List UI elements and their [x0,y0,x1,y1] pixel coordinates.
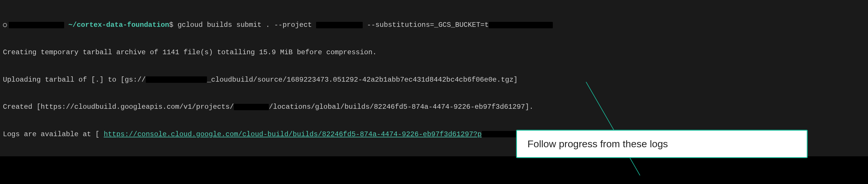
redacted-project [316,22,363,28]
redacted-bucket-name [146,76,207,83]
output-line-creating: Creating temporary tarball archive of 11… [3,48,865,57]
output-line-uploading: Uploading tarball of [.] to [gs://_cloud… [3,75,865,84]
cwd-path: ~/cortex-data-foundation [68,21,169,29]
callout-text: Follow progress from these logs [527,138,668,149]
redacted-proj [234,104,269,110]
logs-link[interactable]: https://console.cloud.google.com/cloud-b… [104,130,482,138]
bottom-black-bar [0,156,868,184]
created-pre: Created [https://cloudbuild.googleapis.c… [3,103,234,111]
redacted-bucket [489,22,553,28]
output-line-created: Created [https://cloudbuild.googleapis.c… [3,102,865,112]
command-text-pre: gcloud builds submit . --project [178,21,316,29]
redacted-host [9,22,64,28]
prompt-dollar: $ [169,21,173,29]
created-post: /locations/global/builds/82246fd5-874a-4… [269,103,533,111]
uploading-pre: Uploading tarball of [.] to [gs:// [3,76,146,84]
dotted-circle-icon [3,23,7,27]
annotation-callout: Follow progress from these logs [516,130,808,158]
uploading-post: _cloudbuild/source/1689223473.051292-42a… [207,76,518,84]
command-text-post: --substitutions=_GCS_BUCKET=t [363,21,489,29]
prompt-line: ~/cortex-data-foundation$ gcloud builds … [3,21,865,29]
logs-pre: Logs are available at [ [3,130,104,138]
